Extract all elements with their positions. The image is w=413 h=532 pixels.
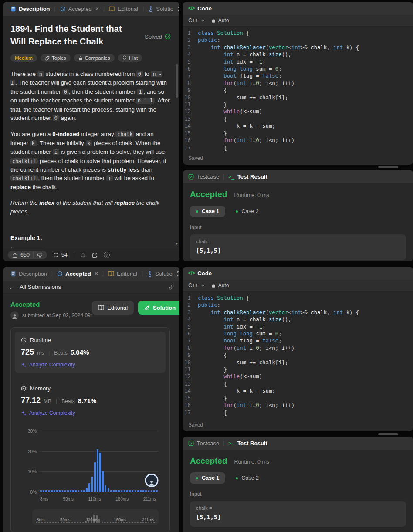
clock-history-icon [57, 271, 63, 277]
leetcode-workspace: Description | Accepted × | Editorial | S… [0, 0, 413, 532]
runtime-stat-block[interactable]: Runtime 725 ms | Beats 5.04% Analyze Com… [15, 332, 166, 373]
minimap-labels: 8ms 59ms 110ms 160ms 211ms [37, 517, 154, 522]
language-selector[interactable]: C++ [188, 17, 203, 24]
code-panel-bottom: </> Code C++ Auto 1class Solution {2publ… [183, 267, 413, 431]
description-icon [10, 271, 16, 277]
expand-icon[interactable] [178, 6, 179, 12]
panel-resize-handle[interactable] [378, 166, 398, 168]
example-heading: Example 1: [10, 235, 171, 241]
runtime-label: Runtime [30, 337, 51, 343]
result-runtime: Runtime: 0 ms [234, 459, 270, 465]
tab-test-result[interactable]: >_ Test Result [228, 173, 267, 180]
tab-separator: | [102, 271, 104, 277]
hint-button[interactable]: Hint [118, 54, 142, 62]
auto-toggle[interactable]: Auto [211, 282, 229, 288]
language-selector[interactable]: C++ [188, 282, 203, 288]
case-dot [196, 210, 198, 213]
tab-solutions-label: Solutio [155, 271, 173, 277]
input-field-name: chalk = [196, 505, 400, 511]
memory-stat-block[interactable]: Memory 77.12 MB | Beats 8.71% Analyze Co… [15, 380, 166, 421]
runtime-unit: ms [37, 350, 44, 356]
case-1-pill[interactable]: Case 1 [190, 206, 225, 217]
scrollbar-down-arrow[interactable]: ▾ [176, 241, 178, 246]
all-submissions-link[interactable]: All Submissions [20, 284, 61, 290]
tab-testcase[interactable]: Testcase [188, 440, 219, 447]
tab-separator: | [223, 440, 224, 446]
tab-solutions[interactable]: Solutio [144, 271, 176, 277]
topics-button[interactable]: Topics [41, 54, 71, 62]
problem-title: 1894. Find the Student that Will Replace… [10, 23, 138, 48]
chart-bars[interactable] [40, 431, 158, 492]
input-label: Input [190, 224, 406, 230]
analyze-complexity-link[interactable]: Analyze Complexity [21, 410, 159, 416]
problem-scroll-area[interactable]: 1894. Find the Student that Will Replace… [3, 16, 179, 248]
input-field-value: [5,1,5] [196, 514, 400, 521]
problem-paragraph: Return the index of the student that wil… [10, 199, 171, 216]
editorial-button[interactable]: Editorial [92, 301, 134, 315]
bulb-icon [122, 55, 127, 61]
tab-accepted[interactable]: Accepted × [54, 270, 102, 277]
tab-editorial[interactable]: Editorial [105, 271, 141, 277]
close-icon[interactable]: × [95, 5, 99, 12]
result-runtime: Runtime: 0 ms [234, 192, 270, 198]
x-tick-label: 160ms [115, 497, 129, 502]
code-title: Code [197, 5, 212, 12]
code-header: </> Code [183, 267, 413, 280]
result-status: Accepted [190, 190, 227, 199]
input-box[interactable]: chalk = [5,1,5] [190, 501, 406, 527]
like-button[interactable]: 650 [12, 252, 30, 258]
input-field-value: [5,1,5] [196, 247, 400, 254]
case-2-pill[interactable]: Case 2 [230, 206, 265, 217]
clock-history-icon [60, 6, 66, 12]
testcase-panel-bottom: Testcase | >_ Test Result Accepted Runti… [183, 437, 413, 532]
case-1-pill[interactable]: Case 1 [190, 472, 225, 484]
solution-button[interactable]: Solution [138, 301, 179, 315]
back-arrow-icon[interactable]: ← [9, 283, 15, 291]
difficulty-badge[interactable]: Medium [10, 54, 37, 62]
code-editor[interactable]: 1class Solution {2public:3 int chalkRepl… [183, 291, 413, 416]
tab-description[interactable]: Description [7, 6, 54, 12]
chart-minimap[interactable]: 8ms 59ms 110ms 160ms 211ms [32, 509, 159, 525]
tab-description[interactable]: Description [7, 271, 51, 277]
flask-icon [147, 271, 152, 277]
edit-icon [144, 305, 150, 311]
case-2-pill[interactable]: Case 2 [230, 472, 265, 484]
x-tick-label: 8ms [40, 497, 48, 502]
tab-editorial[interactable]: Editorial [105, 6, 142, 12]
scrollbar-thumb[interactable] [176, 64, 178, 98]
companies-button[interactable]: Companies [74, 54, 115, 62]
chevron-down-icon [201, 283, 204, 286]
comments-button[interactable]: 54 [53, 252, 68, 258]
chevron-down-icon [201, 18, 204, 21]
tab-test-result[interactable]: >_ Test Result [228, 440, 267, 447]
thumbs-up-icon [12, 252, 18, 258]
submission-panel: Description | Accepted × | Editorial | S… [3, 267, 179, 532]
input-box[interactable]: chalk = [5,1,5] [190, 234, 406, 260]
link-icon[interactable] [168, 284, 174, 290]
help-icon[interactable]: ? [104, 252, 110, 258]
analyze-complexity-link[interactable]: Analyze Complexity [21, 362, 159, 368]
auto-toggle[interactable]: Auto [211, 17, 229, 24]
submitted-timestamp: submitted at Sep 02, 2024 09: [22, 312, 92, 319]
tab-testcase[interactable]: Testcase [188, 173, 219, 180]
book-icon [109, 6, 115, 11]
solved-check-icon [165, 34, 171, 40]
stats-card: Runtime 725 ms | Beats 5.04% Analyze Com… [10, 327, 170, 532]
code-editor[interactable]: 1class Solution {2public:3 int chalkRepl… [183, 27, 413, 151]
terminal-icon: >_ [228, 441, 234, 446]
thumbs-down-icon[interactable] [37, 252, 43, 258]
y-tick-label: 0% [30, 490, 37, 495]
divider: | [54, 398, 58, 404]
tab-editorial-label: Editorial [118, 6, 138, 12]
submission-scroll-area[interactable]: Accepted submitted at Sep 02, 2024 09: E… [3, 294, 179, 532]
share-icon[interactable] [92, 252, 98, 258]
tab-accepted[interactable]: Accepted × [57, 5, 102, 12]
expand-icon[interactable] [177, 271, 179, 277]
panel-resize-handle[interactable] [378, 433, 398, 435]
saved-status: Saved [188, 422, 203, 428]
favorite-star-icon[interactable]: ☆ [80, 251, 86, 259]
close-icon[interactable]: × [95, 270, 98, 277]
tab-solutions[interactable]: Solutio [145, 6, 177, 12]
case-dot [236, 477, 238, 479]
gridline [39, 492, 159, 492]
